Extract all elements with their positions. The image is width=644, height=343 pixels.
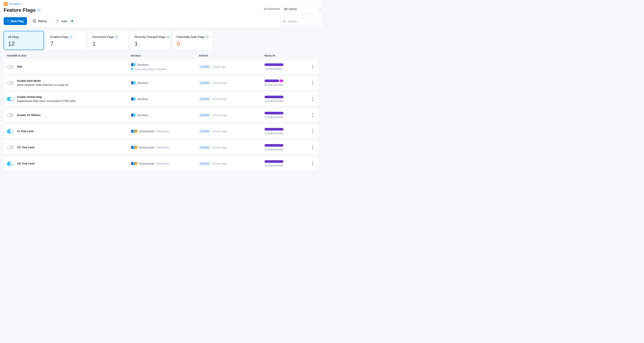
search-box <box>280 17 322 25</box>
flag-row[interactable]: CE Trial Limit Multivariate (Number) ACT… <box>4 156 318 171</box>
flag-name: CF Trial Limit <box>17 146 34 149</box>
last-updated: 4 hours ago <box>212 162 227 165</box>
info-icon[interactable]: i <box>206 36 208 38</box>
summary-cards: All Flags i 12 Enabled Flags i 7 Permane… <box>4 31 318 50</box>
last-updated: 3 days ago <box>212 65 226 68</box>
summary-card-value: 7 <box>50 40 86 47</box>
flag-toggle[interactable] <box>7 113 14 117</box>
new-flag-button[interactable]: + New Flag <box>4 17 27 25</box>
content-area: All Flags i 12 Enabled Flags i 7 Permane… <box>0 28 322 172</box>
feature-flags-page: ⚑ FF Demo › Feature Flags i Environment … <box>0 0 322 172</box>
info-icon[interactable]: i <box>115 36 118 38</box>
toggle-knob <box>7 146 11 149</box>
flag-toggle[interactable] <box>7 129 14 133</box>
flag-type-icon <box>131 97 136 101</box>
breadcrumb: ⚑ FF Demo › <box>4 2 23 6</box>
flag-toggle[interactable] <box>7 162 14 166</box>
status-badge: ACTIVE <box>199 81 211 85</box>
toolbar: + New Flag ffdemo <box>0 14 322 28</box>
status-badge: ACTIVE <box>199 146 211 150</box>
top-header: ⚑ FF Demo › Feature Flags i Environment … <box>0 0 322 14</box>
search-icon <box>283 20 286 23</box>
last-updated: 4 hours ago <box>212 114 227 116</box>
flag-type: Multivariate <box>139 162 155 165</box>
summary-card[interactable]: Potentially Stale Flags i 0 <box>172 31 213 50</box>
summary-card[interactable]: All Flags i 12 <box>4 31 44 50</box>
flag-name: Enable Dark Mode <box>17 79 68 82</box>
flag-type: Multivariate <box>139 146 155 149</box>
flag-list: ff44 Boolean False when flag is Disabled… <box>4 59 318 171</box>
flag-row[interactable]: Enable Global Help Experimental help men… <box>4 92 318 106</box>
last-updated: 4 hours ago <box>212 98 227 100</box>
evaluations-bar <box>264 63 284 66</box>
flag-type-icon <box>131 81 136 84</box>
flag-description: Experimental help menu. Associated to FF… <box>17 100 76 102</box>
evaluations-label: 4 EVALUATIONS <box>264 68 284 70</box>
kebab-menu[interactable] <box>311 112 314 118</box>
flag-toggle[interactable] <box>7 97 14 101</box>
branch-name: main <box>61 20 68 23</box>
flag-name: CE Trial Limit <box>17 162 34 165</box>
evaluations-bar <box>264 96 284 98</box>
flag-type: Boolean <box>138 114 148 117</box>
last-updated: 4 hours ago <box>212 146 227 149</box>
evaluations-bar <box>264 112 284 114</box>
toggle-knob <box>10 97 14 101</box>
toggle-knob <box>7 65 11 68</box>
summary-card[interactable]: Permanent Flags i 1 <box>88 31 128 50</box>
flag-row[interactable]: Enable Dark Mode demo endpoint: https://… <box>4 76 318 90</box>
flag-row[interactable]: CF Trial Limit Multivariate (Number) ACT… <box>4 140 318 155</box>
summary-card[interactable]: Recently Changed Flags i 1 <box>130 31 170 50</box>
summary-card[interactable]: Enabled Flags i 7 <box>46 31 86 50</box>
kebab-menu[interactable] <box>311 96 314 102</box>
flag-type-icon <box>131 114 136 117</box>
flag-type-note: (Number) <box>156 130 169 133</box>
git-branch-icon <box>56 19 59 23</box>
flag-toggle[interactable] <box>7 146 14 150</box>
breadcrumb-project-link[interactable]: FF Demo <box>9 2 20 6</box>
summary-card-value: 0 <box>177 40 212 47</box>
toggle-knob <box>10 130 14 133</box>
flag-type-icon <box>131 162 138 165</box>
kebab-menu[interactable] <box>311 128 314 134</box>
toggle-knob <box>7 114 11 117</box>
flag-description: demo endpoint: https://harness-se.surge.… <box>17 83 68 86</box>
plus-icon: + <box>7 19 9 23</box>
kebab-menu[interactable] <box>311 160 314 167</box>
last-updated: 4 hours ago <box>212 130 227 133</box>
flag-name: CI Trial Limit <box>17 130 34 133</box>
info-icon[interactable]: i <box>167 36 169 38</box>
flag-type: Boolean <box>138 97 148 101</box>
kebab-menu[interactable] <box>311 64 314 70</box>
column-header-results: RESULTS <box>264 54 307 57</box>
search-input[interactable] <box>288 20 322 23</box>
title-info-icon[interactable]: i <box>38 9 40 12</box>
status-badge: ACTIVE <box>199 129 211 133</box>
info-icon[interactable]: i <box>70 36 72 38</box>
branch-chip[interactable]: main <box>56 19 73 23</box>
flag-type: Boolean <box>138 63 148 66</box>
kebab-menu[interactable] <box>311 144 314 150</box>
column-header-feature-flags: FEATURE FLAGS <box>4 54 131 57</box>
flag-name: Enable Global Help <box>17 96 76 98</box>
flag-row[interactable]: CI Trial Limit Multivariate (Number) ACT… <box>4 124 318 138</box>
repository-chip[interactable]: ffdemo <box>33 19 47 23</box>
flag-toggle[interactable] <box>7 81 14 85</box>
kebab-menu[interactable] <box>311 80 314 86</box>
new-flag-button-label: New Flag <box>11 20 24 23</box>
summary-card-label: Potentially Stale Flags <box>177 35 205 38</box>
flag-type-icon <box>131 146 138 149</box>
evaluations-bar <box>264 144 284 147</box>
flag-type-icon <box>131 130 138 133</box>
chevron-down-icon <box>318 8 322 11</box>
summary-card-label: Permanent Flags <box>92 35 114 38</box>
toggle-knob <box>10 162 14 165</box>
flag-row[interactable]: ff44 Boolean False when flag is Disabled… <box>4 59 318 74</box>
evaluations-label: 19 EVALUATIONS <box>264 164 284 167</box>
summary-card-label: All Flags <box>8 35 19 38</box>
flag-toggle[interactable] <box>7 65 14 69</box>
evaluations-label: 19 EVALUATIONS <box>264 132 284 134</box>
environment-select[interactable]: SE Demo <box>281 5 322 13</box>
summary-card-value: 1 <box>134 40 170 47</box>
flag-row[interactable]: Enable CF Ribbon Boolean ACTIVE 4 hours … <box>4 108 318 122</box>
